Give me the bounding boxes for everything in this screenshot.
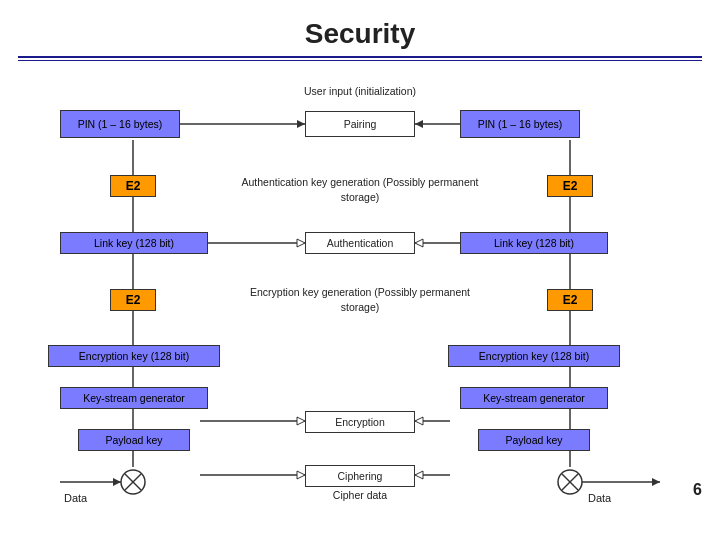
data-left-label: Data xyxy=(64,492,87,504)
svg-marker-27 xyxy=(297,471,305,479)
left-payload: Payload key xyxy=(78,429,190,451)
pairing-label: Pairing xyxy=(305,111,415,137)
svg-line-31 xyxy=(125,474,141,490)
svg-point-30 xyxy=(121,470,145,494)
svg-line-32 xyxy=(125,474,141,490)
right-e2-2: E2 xyxy=(547,289,593,311)
right-enc-key: Encryption key (128 bit) xyxy=(448,345,620,367)
right-payload: Payload key xyxy=(478,429,590,451)
left-pin-box: PIN (1 – 16 bytes) xyxy=(60,110,180,138)
diagram-area: User input (initialization) PIN (1 – 16 … xyxy=(0,67,720,507)
right-pin-box: PIN (1 – 16 bytes) xyxy=(460,110,580,138)
enc-key-gen-label: Encryption key generation (Possibly perm… xyxy=(240,285,480,314)
right-e2-1: E2 xyxy=(547,175,593,197)
right-key-stream: Key-stream generator xyxy=(460,387,608,409)
data-right-label: Data xyxy=(588,492,611,504)
left-e2-2: E2 xyxy=(110,289,156,311)
svg-marker-23 xyxy=(297,417,305,425)
svg-marker-15 xyxy=(297,120,305,128)
svg-point-33 xyxy=(558,470,582,494)
svg-marker-39 xyxy=(652,478,660,486)
ciphering-label: Ciphering xyxy=(305,465,415,487)
svg-marker-21 xyxy=(415,239,423,247)
left-e2-1: E2 xyxy=(110,175,156,197)
svg-marker-17 xyxy=(415,120,423,128)
page-title: Security xyxy=(0,0,720,56)
page-number: 6 xyxy=(693,481,702,499)
right-link-key: Link key (128 bit) xyxy=(460,232,608,254)
cipher-data-label: Cipher data xyxy=(305,489,415,501)
user-input-label: User input (initialization) xyxy=(280,85,440,97)
svg-marker-37 xyxy=(113,478,121,486)
svg-marker-25 xyxy=(415,417,423,425)
divider-top xyxy=(18,56,702,58)
svg-line-35 xyxy=(562,474,578,490)
divider-top2 xyxy=(18,60,702,61)
auth-label: Authentication xyxy=(305,232,415,254)
encryption-label: Encryption xyxy=(305,411,415,433)
left-key-stream: Key-stream generator xyxy=(60,387,208,409)
auth-key-label: Authentication key generation (Possibly … xyxy=(240,175,480,204)
left-link-key: Link key (128 bit) xyxy=(60,232,208,254)
svg-line-34 xyxy=(562,474,578,490)
svg-marker-19 xyxy=(297,239,305,247)
svg-marker-29 xyxy=(415,471,423,479)
left-enc-key: Encryption key (128 bit) xyxy=(48,345,220,367)
